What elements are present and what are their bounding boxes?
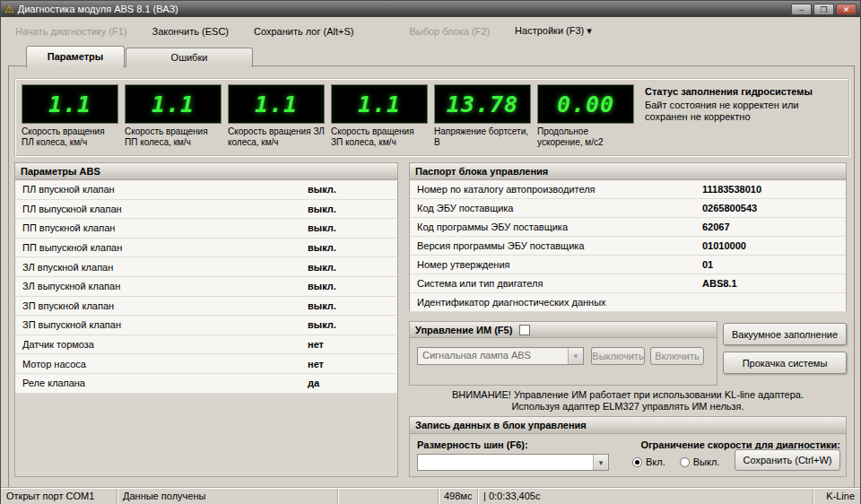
passport-header: Паспорт блока управления xyxy=(410,163,846,180)
menu-item-finish[interactable]: Закончить (ESC) xyxy=(152,26,229,37)
param-name: ЗЛ выпускной клапан xyxy=(22,281,308,291)
im-target-select[interactable]: Сигнальная лампа ABS ▾ xyxy=(417,347,584,365)
param-value: нет xyxy=(308,339,390,350)
param-row: Версия программы ЭБУ поставщика01010000 xyxy=(410,237,846,256)
tab-parameters[interactable]: Параметры xyxy=(26,46,125,68)
app-window: ⚠ Диагностика модуля ABS 8.1 (ВАЗ) – ❐ ✕… xyxy=(0,0,861,504)
param-value: ABS8.1 xyxy=(702,278,839,289)
hydro-status-block: Статус заполнения гидросистемы Байт сост… xyxy=(645,84,842,150)
radio-speed-limit-on[interactable]: Вкл. xyxy=(632,456,665,467)
hydro-status-title: Статус заполнения гидросистемы xyxy=(645,86,842,97)
record-panel-body: Размерность шин (F6): ▾ Ограничение скор… xyxy=(410,434,846,478)
led-display: 13.78 xyxy=(434,84,531,124)
param-row: ПЛ впускной клапанвыкл. xyxy=(15,180,397,200)
dropdown-arrow-icon: ▾ xyxy=(584,25,592,36)
im-control-title: Управление ИМ (F5) xyxy=(415,325,512,335)
bleed-system-button[interactable]: Прокачка системы xyxy=(723,352,847,374)
record-panel-header: Запись данных в блок управления xyxy=(410,417,846,434)
status-cell-2: Данные получены xyxy=(117,489,338,504)
param-row: Номер по каталогу автопроизводителя11183… xyxy=(410,180,846,199)
param-row: Код ЭБУ поставщика0265800543 xyxy=(410,199,846,218)
im-target-select-value: Сигнальная лампа ABS xyxy=(418,348,568,364)
led-value: 1.1 xyxy=(358,91,401,117)
param-name: ЗП впускной клапан xyxy=(22,300,308,311)
main-content: 1.1Скорость вращения ПЛ колеса, км/ч1.1С… xyxy=(8,65,855,488)
abs-params-rows: ПЛ впускной клапанвыкл.ПЛ выпускной клап… xyxy=(15,180,397,394)
abs-params-header: Параметры ABS xyxy=(15,163,397,180)
save-button[interactable]: Сохранить (Ctrl+W) xyxy=(735,449,840,471)
status-cell-5: | 0:0:33,405с xyxy=(478,489,813,504)
window-controls: – ❐ ✕ xyxy=(791,4,857,15)
passport-rows: Номер по каталогу автопроизводителя11183… xyxy=(410,180,846,312)
param-value: да xyxy=(308,378,390,388)
param-value: выкл. xyxy=(308,222,390,233)
param-value: выкл. xyxy=(308,281,390,291)
led-display: 1.1 xyxy=(125,84,222,124)
gauge-wheel-rl-speed: 1.1Скорость вращения ЗЛ колеса, км/ч xyxy=(228,84,325,150)
im-control-group: Управление ИМ (F5) Сигнальная лампа ABS … xyxy=(409,321,718,386)
speed-limit-radios: Вкл. Выкл. xyxy=(632,456,734,467)
param-name: ПП выпускной клапан xyxy=(22,242,308,253)
menu-bar: Начать диагностику (F1)Закончить (ESC)Со… xyxy=(1,17,860,45)
param-name: Код ЭБУ поставщика xyxy=(417,203,702,213)
close-button[interactable]: ✕ xyxy=(836,4,857,15)
param-name: ПП впускной клапан xyxy=(22,222,308,233)
led-value: 1.1 xyxy=(48,91,91,117)
param-name: ЗЛ впускной клапан xyxy=(22,262,308,273)
gauge-wheel-fl-speed: 1.1Скорость вращения ПЛ колеса, км/ч xyxy=(22,84,118,150)
param-row: ПЛ выпускной клапанвыкл. xyxy=(15,200,397,220)
gauge-wheel-fr-speed: 1.1Скорость вращения ПП колеса, км/ч xyxy=(125,84,222,150)
param-row: Система или тип двигателяABS8.1 xyxy=(410,274,846,293)
param-name: Номер утверждения xyxy=(417,259,702,270)
im-off-button[interactable]: Выключить xyxy=(591,347,645,365)
tire-size-select[interactable]: ▾ xyxy=(417,454,609,471)
radio-dot-icon xyxy=(632,457,642,467)
gauge-label: Напряжение бортсети, В xyxy=(434,126,531,148)
param-row: Код программы ЭБУ поставщика62067 xyxy=(410,218,846,237)
param-name: ПЛ выпускной клапан xyxy=(22,204,308,214)
param-name: ПЛ впускной клапан xyxy=(22,184,308,195)
menu-item-start-diagnostics[interactable]: Начать диагностику (F1) xyxy=(15,26,126,37)
maximize-button[interactable]: ❐ xyxy=(813,4,834,15)
gauge-label: Скорость вращения ПП колеса, км/ч xyxy=(125,126,222,148)
tab-errors[interactable]: Ошибки xyxy=(126,48,253,67)
im-on-button[interactable]: Включить xyxy=(650,347,704,365)
param-name: Номер по каталогу автопроизводителя xyxy=(417,184,702,195)
led-display: 0.00 xyxy=(537,84,634,124)
radio-on-label: Вкл. xyxy=(646,456,665,467)
im-enable-checkbox[interactable] xyxy=(519,325,530,335)
combo-arrow-icon: ▾ xyxy=(568,348,583,364)
tab-strip: Параметры Ошибки xyxy=(8,46,855,67)
radio-speed-limit-off[interactable]: Выкл. xyxy=(680,456,720,467)
menu-item-select-block[interactable]: Выбор блока (F2) xyxy=(409,26,490,37)
param-row: ПП выпускной клапанвыкл. xyxy=(15,239,397,258)
led-value: 0.00 xyxy=(557,91,614,117)
param-row: ПП впускной клапанвыкл. xyxy=(15,219,397,239)
param-name: Код программы ЭБУ поставщика xyxy=(417,222,702,232)
passport-panel: Паспорт блока управления Номер по катало… xyxy=(409,162,847,311)
status-cell-6: K-Line xyxy=(813,489,860,504)
param-row: ЗП выпускной клапанвыкл. xyxy=(15,316,397,335)
im-warning-text: ВНИМАНИЕ! Управление ИМ работает при исп… xyxy=(409,389,847,413)
minimize-button[interactable]: – xyxy=(791,4,812,15)
hydro-status-text: Байт состояния не корректен или сохранен… xyxy=(645,100,842,123)
param-row: Номер утверждения01 xyxy=(410,256,846,274)
gauge-label: Скорость вращения ПЛ колеса, км/ч xyxy=(22,126,118,148)
menu-item-settings[interactable]: Настройки (F3) ▾ xyxy=(515,25,592,37)
param-value: 01 xyxy=(702,259,839,270)
vacuum-fill-button[interactable]: Вакуумное заполнение xyxy=(723,323,847,345)
param-value: выкл. xyxy=(308,300,390,311)
param-value: выкл. xyxy=(308,319,390,330)
param-row: Мотор насосанет xyxy=(15,354,397,374)
status-cell-3 xyxy=(338,489,439,504)
param-value: выкл. xyxy=(308,184,390,195)
menu-item-save-log[interactable]: Сохранить лог (Alt+S) xyxy=(254,26,353,37)
param-name: Идентификатор диагностических данных xyxy=(417,297,702,308)
gauge-label: Скорость вращения ЗП колеса, км/ч xyxy=(331,126,428,148)
im-controls: Сигнальная лампа ABS ▾ Выключить Включит… xyxy=(410,338,717,365)
gauge-panel: 1.1Скорость вращения ПЛ колеса, км/ч1.1С… xyxy=(14,78,849,156)
im-control-header: Управление ИМ (F5) xyxy=(410,322,717,338)
param-value: выкл. xyxy=(308,262,390,273)
title-bar[interactable]: ⚠ Диагностика модуля ABS 8.1 (ВАЗ) – ❐ ✕ xyxy=(1,1,860,17)
param-value: выкл. xyxy=(308,204,390,214)
